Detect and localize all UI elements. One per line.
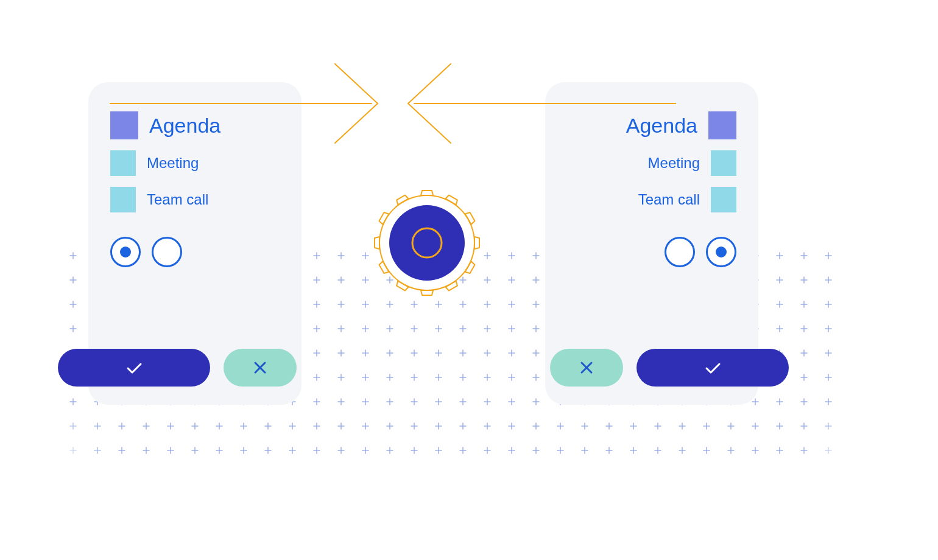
radio-option-1[interactable] [110,237,141,267]
button-row [550,349,789,387]
check-icon [700,355,725,380]
cancel-button[interactable] [224,349,297,387]
diagram-stage: Agenda Meeting Team call [0,0,938,560]
list-item: Meeting [567,150,736,176]
card-title-row: Agenda [567,111,736,139]
list-item-label: Team call [638,191,700,208]
radio-option-2[interactable] [706,237,736,267]
swatch-purple [110,111,138,139]
list-item: Meeting [110,150,280,176]
list-item-label: Meeting [147,155,199,172]
list-item-label: Meeting [648,155,700,172]
radio-group [110,237,280,267]
radio-option-1[interactable] [665,237,695,267]
button-row [58,349,297,387]
card-rtl: Agenda Meeting Team call [545,82,758,405]
confirm-button[interactable] [636,349,789,387]
card-ltr: Agenda Meeting Team call [88,82,302,405]
card-title-row: Agenda [110,111,280,139]
swatch-purple [708,111,736,139]
swatch-cyan [110,187,136,212]
x-icon [250,358,270,377]
svg-point-7 [389,205,465,281]
cancel-button[interactable] [550,349,623,387]
check-icon [122,355,146,380]
swatch-cyan [711,187,736,212]
swatch-cyan [110,150,136,176]
x-icon [577,358,596,377]
card-title: Agenda [149,114,220,138]
confirm-button[interactable] [58,349,210,387]
swatch-cyan [711,150,736,176]
card-title: Agenda [626,114,697,138]
list-item: Team call [110,187,280,212]
radio-option-2[interactable] [152,237,182,267]
list-item: Team call [567,187,736,212]
list-item-label: Team call [147,191,208,208]
gear-icon [373,189,481,297]
radio-group [567,237,736,267]
